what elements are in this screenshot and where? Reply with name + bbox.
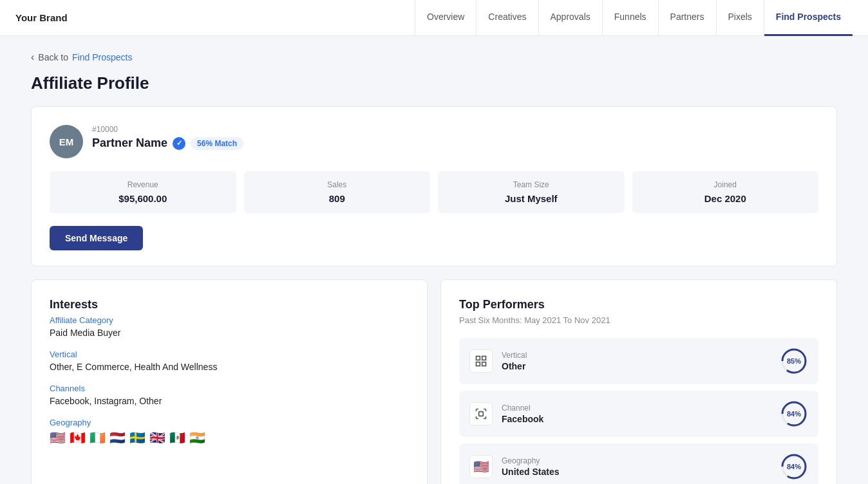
brand-name: Your Brand	[15, 12, 68, 23]
performer-info: Vertical Other	[502, 351, 771, 371]
profile-card: EM #10000 Partner Name ✓ 56% Match Reven…	[31, 106, 837, 266]
nav-creatives[interactable]: Creatives	[476, 0, 538, 36]
flag-icon: 🇺🇸	[50, 430, 66, 445]
affiliate-category-value: Paid Media Buyer	[50, 328, 409, 338]
match-badge: 56% Match	[191, 137, 243, 150]
pct-text: 85%	[787, 357, 801, 365]
interest-geography: Geography 🇺🇸🇨🇦🇮🇪🇳🇱🇸🇪🇬🇧🇲🇽🇮🇳	[50, 418, 409, 445]
stat-joined-label: Joined	[643, 180, 809, 189]
page-content: ‹ Back to Find Prospects Affiliate Profi…	[15, 36, 853, 484]
partner-name: Partner Name	[92, 136, 167, 150]
stat-joined-value: Dec 2020	[643, 193, 809, 204]
stat-team-size-label: Team Size	[448, 180, 614, 189]
flag-icon: 🇬🇧	[149, 430, 165, 445]
performer-row: 🇺🇸 Geography United States 84%	[459, 443, 818, 484]
stat-sales-value: 809	[254, 193, 420, 204]
partner-name-row: Partner Name ✓ 56% Match	[92, 136, 243, 150]
flags-row: 🇺🇸🇨🇦🇮🇪🇳🇱🇸🇪🇬🇧🇲🇽🇮🇳	[50, 430, 409, 445]
stat-revenue-label: Revenue	[60, 180, 226, 189]
interest-channels: Channels Facebook, Instagram, Other	[50, 384, 409, 406]
avatar: EM	[50, 125, 83, 158]
performer-info: Geography United States	[502, 456, 771, 477]
interest-vertical: Vertical Other, E Commerce, Health And W…	[50, 349, 409, 372]
performer-row: Vertical Other 85%	[459, 338, 818, 384]
nav-items: Overview Creatives Approvals Funnels Par…	[415, 0, 853, 36]
performer-type: Geography	[502, 456, 771, 465]
stats-row: Revenue $95,600.00 Sales 809 Team Size J…	[50, 171, 818, 213]
verified-badge: ✓	[173, 137, 185, 150]
nav-approvals[interactable]: Approvals	[539, 0, 603, 36]
nav-partners[interactable]: Partners	[659, 0, 717, 36]
channels-label: Channels	[50, 384, 409, 393]
flag-icon: 🇮🇪	[90, 430, 106, 445]
stat-joined: Joined Dec 2020	[632, 171, 819, 213]
pct-text: 84%	[787, 410, 801, 418]
affiliate-id: #10000	[92, 125, 243, 134]
page-title: Affiliate Profile	[31, 73, 837, 93]
affiliate-category-label: Affiliate Category	[50, 315, 409, 325]
top-performers-subtitle: Past Six Months: May 2021 To Nov 2021	[459, 315, 818, 325]
vertical-label: Vertical	[50, 349, 409, 359]
profile-info: #10000 Partner Name ✓ 56% Match	[92, 125, 243, 150]
bottom-grid: Interests Affiliate Category Paid Media …	[31, 279, 837, 484]
svg-rect-1	[482, 357, 486, 360]
profile-header: EM #10000 Partner Name ✓ 56% Match	[50, 125, 818, 158]
performer-type: Vertical	[502, 351, 771, 360]
flag-icon: 🇲🇽	[169, 430, 185, 445]
back-prefix: Back to	[38, 52, 68, 62]
back-link-text: Find Prospects	[72, 52, 132, 62]
stat-sales-label: Sales	[254, 180, 420, 189]
interests-title: Interests	[50, 298, 409, 312]
stat-revenue-value: $95,600.00	[60, 193, 226, 204]
flag-icon: 🇨🇦	[70, 430, 86, 445]
nav-overview[interactable]: Overview	[415, 0, 476, 36]
stat-team-size: Team Size Just Myself	[438, 171, 625, 213]
top-performers-card: Top Performers Past Six Months: May 2021…	[440, 279, 837, 484]
performer-row: Channel Facebook 84%	[459, 391, 818, 437]
back-chevron-icon: ‹	[31, 51, 34, 63]
svg-rect-2	[476, 362, 480, 366]
back-link[interactable]: ‹ Back to Find Prospects	[31, 51, 837, 63]
performer-name: Other	[502, 361, 771, 371]
flag-icon: 🇮🇳	[189, 430, 205, 445]
stat-revenue: Revenue $95,600.00	[50, 171, 236, 213]
circle-progress: 85%	[780, 347, 808, 375]
interest-affiliate-category: Affiliate Category Paid Media Buyer	[50, 315, 409, 338]
performer-name: United States	[502, 467, 771, 477]
svg-rect-3	[482, 362, 486, 366]
performer-name: Facebook	[502, 414, 771, 424]
stat-team-size-value: Just Myself	[448, 193, 614, 204]
pct-text: 84%	[787, 463, 801, 470]
vertical-value: Other, E Commerce, Health And Wellness	[50, 362, 409, 372]
channels-value: Facebook, Instagram, Other	[50, 396, 409, 406]
circle-progress: 84%	[780, 452, 808, 481]
circle-progress: 84%	[780, 400, 808, 428]
geography-label: Geography	[50, 418, 409, 427]
performer-icon-scan	[469, 402, 493, 425]
stat-sales: Sales 809	[244, 171, 431, 213]
nav-pixels[interactable]: Pixels	[717, 0, 764, 36]
interests-card: Interests Affiliate Category Paid Media …	[31, 279, 428, 484]
performer-icon-flag: 🇺🇸	[469, 455, 493, 478]
top-nav: Your Brand Overview Creatives Approvals …	[0, 0, 868, 36]
flag-icon: 🇳🇱	[109, 430, 126, 445]
performer-icon-grid	[469, 349, 493, 373]
performer-info: Channel Facebook	[502, 404, 771, 424]
send-message-button[interactable]: Send Message	[50, 226, 143, 250]
top-performers-title: Top Performers	[459, 298, 818, 312]
nav-funnels[interactable]: Funnels	[603, 0, 659, 36]
svg-rect-0	[476, 357, 480, 360]
nav-find-prospects[interactable]: Find Prospects	[764, 0, 853, 36]
performers-list: Vertical Other 85% Channel Facebook	[459, 338, 818, 484]
performer-type: Channel	[502, 404, 771, 413]
flag-icon: 🇸🇪	[129, 430, 146, 445]
svg-rect-6	[479, 412, 484, 416]
